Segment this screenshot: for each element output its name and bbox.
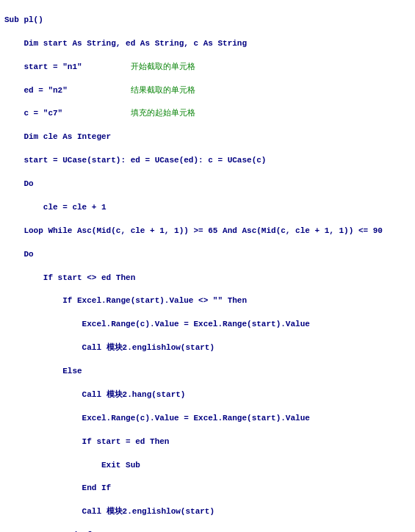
line-9: cle = cle + 1 (4, 202, 411, 214)
line-17: Call 模块2.hang(start) (4, 389, 411, 401)
line-8: Do (4, 179, 411, 190)
code-editor: Sub pl() Dim start As String, ed As Stri… (0, 0, 415, 532)
line-16: Else (4, 366, 411, 378)
line-1: Sub pl() (4, 15, 411, 26)
line-21: End If (4, 483, 411, 495)
line-15: Call 模块2.englishlow(start) (4, 342, 411, 354)
line-4: ed = "n2" 结果截取的单元格 (4, 85, 411, 97)
line-20: Exit Sub (4, 460, 411, 472)
line-7: start = UCase(start): ed = UCase(ed): c … (4, 155, 411, 167)
line-10: Loop While Asc(Mid(c, cle + 1, 1)) >= 65… (4, 226, 411, 237)
line-22: Call 模块2.englishlow(start) (4, 506, 411, 518)
line-19: If start = ed Then (4, 436, 411, 448)
line-2: Dim start As String, ed As String, c As … (4, 38, 411, 50)
line-5: c = "c7" 填充的起始单元格 (4, 108, 411, 120)
line-3: start = "n1" 开始截取的单元格 (4, 62, 411, 73)
line-12: If start <> ed Then (4, 273, 411, 284)
line-18: Excel.Range(c).Value = Excel.Range(start… (4, 413, 411, 425)
line-6: Dim cle As Integer (4, 132, 411, 143)
line-11: Do (4, 249, 411, 261)
line-13: If Excel.Range(start).Value <> "" Then (4, 295, 411, 307)
line-14: Excel.Range(c).Value = Excel.Range(start… (4, 319, 411, 331)
